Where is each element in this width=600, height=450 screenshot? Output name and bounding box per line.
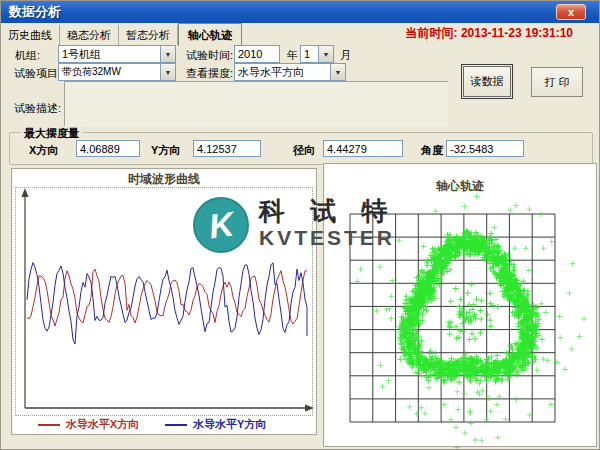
legend-item-y: 水导水平Y方向 [165, 417, 266, 432]
window-title: 数据分析 [1, 3, 61, 21]
orbit-chart-title: 轴心轨迹 [324, 178, 596, 195]
legend-swatch-x [38, 424, 60, 426]
test-year-input[interactable] [234, 45, 280, 63]
waveform-legend: 水导水平X方向 水导水平Y方向 [12, 417, 292, 432]
tab-稳态分析[interactable]: 稳态分析 [60, 25, 119, 45]
x-direction-label: X方向 [29, 143, 58, 158]
year-suffix-label: 年 [287, 48, 298, 63]
legend-item-x: 水导水平X方向 [38, 417, 139, 432]
view-swing-combobox[interactable]: 水导水平方向 ▼ [234, 63, 346, 81]
test-item-combobox-value: 带负荷32MW [59, 65, 160, 79]
test-description-input[interactable] [64, 81, 448, 127]
orbit-chart [350, 214, 555, 422]
unit-label: 机组: [15, 48, 40, 63]
test-item-combobox[interactable]: 带负荷32MW ▼ [58, 63, 176, 81]
legend-label-x: 水导水平X方向 [66, 417, 139, 432]
month-combobox[interactable]: 1 ▼ [300, 45, 334, 63]
current-time-label: 当前时间: 2013-11-23 19:31:10 [381, 25, 573, 42]
waveform-chart [18, 188, 314, 414]
legend-label-y: 水导水平Y方向 [193, 417, 266, 432]
test-time-label: 试验时间: [186, 48, 233, 63]
chevron-down-icon[interactable]: ▼ [330, 64, 345, 80]
read-data-button[interactable]: 读数据 [461, 64, 513, 99]
view-swing-label: 查看摆度: [186, 66, 233, 81]
tab-历史曲线[interactable]: 历史曲线 [1, 25, 60, 45]
x-direction-value[interactable] [76, 140, 140, 157]
test-description-label: 试验描述: [14, 101, 61, 116]
app-window: 数据分析 x 历史曲线稳态分析暂态分析轴心轨迹 当前时间: 2013-11-23… [0, 0, 600, 450]
y-direction-label: Y方向 [151, 143, 180, 158]
unit-combobox[interactable]: 1号机组 ▼ [58, 45, 176, 63]
unit-combobox-value: 1号机组 [59, 47, 160, 62]
read-data-button-label: 读数据 [463, 66, 511, 97]
title-bar: 数据分析 x [1, 1, 600, 23]
print-button-label: 打 印 [544, 75, 569, 90]
legend-swatch-y [165, 424, 187, 426]
close-icon: x [568, 7, 574, 18]
test-item-label: 试验项目: [14, 66, 61, 81]
angle-value[interactable] [446, 140, 524, 157]
y-direction-value[interactable] [193, 140, 261, 157]
tab-轴心轨迹[interactable]: 轴心轨迹 [178, 23, 242, 46]
close-button[interactable]: x [556, 4, 586, 20]
orbit-panel: 轴心轨迹 [323, 163, 597, 447]
chevron-down-icon[interactable]: ▼ [160, 64, 175, 80]
month-suffix-label: 月 [340, 48, 351, 63]
angle-label: 角度 [421, 143, 443, 158]
chevron-down-icon[interactable]: ▼ [160, 46, 175, 62]
waveform-panel: 时域波形曲线 水导水平X方向 水导水平Y方向 [11, 168, 317, 435]
max-swing-group-label: 最大摆度量 [20, 126, 83, 141]
waveform-chart-title: 时域波形曲线 [12, 171, 316, 188]
month-combobox-value: 1 [301, 48, 318, 60]
print-button[interactable]: 打 印 [531, 67, 583, 97]
chevron-down-icon[interactable]: ▼ [318, 46, 333, 62]
radial-value[interactable] [323, 140, 403, 157]
radial-label: 径向 [293, 143, 315, 158]
view-swing-combobox-value: 水导水平方向 [235, 65, 330, 80]
tab-暂态分析[interactable]: 暂态分析 [119, 25, 178, 45]
